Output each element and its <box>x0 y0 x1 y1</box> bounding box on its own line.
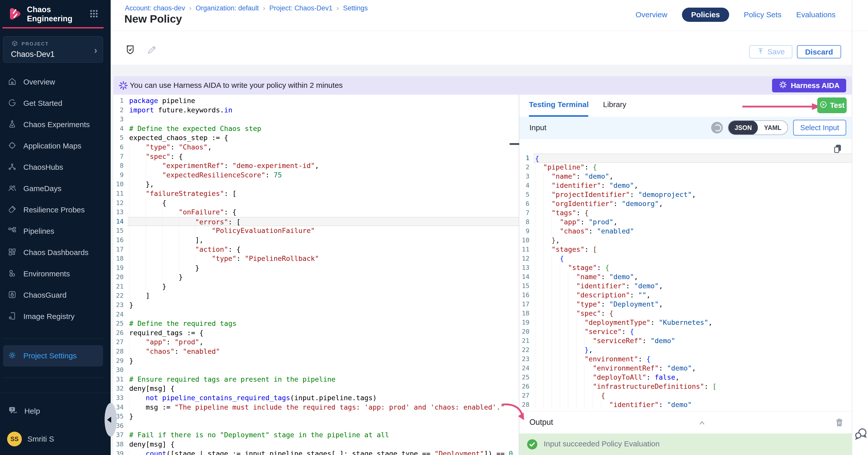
tab-policies[interactable]: Policies <box>682 8 729 22</box>
sidebar-item-image-registry[interactable]: Image Registry <box>0 306 111 327</box>
copy-icon[interactable] <box>833 143 843 155</box>
code-line[interactable]: 23"environment": { <box>519 355 852 364</box>
code-line[interactable]: 35} <box>114 412 519 421</box>
project-selector[interactable]: PROJECT Chaos-Dev1 › <box>3 36 103 63</box>
sidebar-item-gamedays[interactable]: GameDays <box>0 178 111 199</box>
code-line[interactable]: 17"type": "Deployment", <box>519 300 852 309</box>
code-line[interactable]: 30 <box>114 365 519 375</box>
user-menu[interactable]: SS Smriti S <box>7 431 54 447</box>
code-line[interactable]: 1package pipeline <box>114 96 519 105</box>
code-line[interactable]: 27"app": "prod", <box>114 337 519 347</box>
sidebar-item-chaos-experiments[interactable]: Chaos Experiments <box>0 114 111 135</box>
code-line[interactable]: 27{ <box>519 391 852 400</box>
code-line[interactable]: 22}, <box>519 345 852 355</box>
sidebar-item-chaosguard[interactable]: ChaosGuard <box>0 285 111 306</box>
code-line[interactable]: 12{ <box>519 254 852 263</box>
edit-pencil-icon[interactable] <box>146 44 157 56</box>
code-line[interactable]: 13"onFailure": { <box>114 207 519 217</box>
policy-code-editor[interactable]: 1package pipeline2import future.keywords… <box>114 95 519 455</box>
discard-button[interactable]: Discard <box>797 45 841 58</box>
code-line[interactable]: 9"chaos": "enabled" <box>519 227 852 236</box>
code-line[interactable]: 23} <box>114 300 519 310</box>
code-line[interactable]: 10}, <box>519 236 852 245</box>
code-line[interactable]: 20"service": { <box>519 327 852 336</box>
code-line[interactable]: 39count([stage | stage := input.pipeline… <box>114 449 519 455</box>
sidebar-item-resilience-probes[interactable]: Resilience Probes <box>0 199 111 221</box>
code-line[interactable]: 15"identifier": "demo", <box>519 282 852 291</box>
sidebar-collapse-handle[interactable] <box>104 403 117 436</box>
code-line[interactable]: 19} <box>114 263 519 273</box>
test-button[interactable]: Test <box>817 97 847 113</box>
module-grid-icon[interactable] <box>88 8 99 20</box>
code-line[interactable]: 9"expectedResilienceScore": 75 <box>114 170 519 180</box>
code-line[interactable]: 16"description": "", <box>519 291 852 300</box>
code-line[interactable]: 2"pipeline": { <box>519 163 852 172</box>
code-line[interactable]: 5expected_chaos_step := { <box>114 133 519 142</box>
split-resize-handle[interactable] <box>509 143 519 145</box>
tab-library[interactable]: Library <box>603 100 626 109</box>
code-line[interactable]: 18"spec": { <box>519 309 852 318</box>
code-line[interactable]: 8"experimentRef": "demo-experiment-id", <box>114 161 519 170</box>
sidebar-item-environments[interactable]: Environments <box>0 263 111 285</box>
code-line[interactable]: 21} <box>114 282 519 291</box>
chevron-up-icon[interactable] <box>697 418 707 429</box>
save-button[interactable]: Save <box>749 45 793 58</box>
code-line[interactable]: 14"name": "demo", <box>519 272 852 282</box>
code-line[interactable]: 25"deployToAll": false, <box>519 373 852 382</box>
sidebar-item-overview[interactable]: Overview <box>0 71 111 93</box>
code-line[interactable]: 16], <box>114 235 519 245</box>
code-line[interactable]: 22] <box>114 291 519 300</box>
code-line[interactable]: 28"chaos": "enabled" <box>114 347 519 356</box>
code-line[interactable]: 17"action": { <box>114 245 519 254</box>
code-line[interactable]: 14"errors": [ <box>114 217 519 226</box>
code-line[interactable]: 3"name": "demo", <box>519 172 852 181</box>
sidebar-item-application-maps[interactable]: Application Maps <box>0 135 111 157</box>
code-line[interactable]: 11"stages": [ <box>519 245 852 254</box>
code-line[interactable]: 15"PolicyEvaluationFailure" <box>114 226 519 235</box>
code-line[interactable]: 10}, <box>114 180 519 189</box>
tab-overview[interactable]: Overview <box>636 10 667 19</box>
select-input-button[interactable]: Select Input <box>793 120 846 135</box>
code-line[interactable]: 3 <box>114 115 519 124</box>
code-line[interactable]: 36 <box>114 421 519 431</box>
code-line[interactable]: 37# Fail if there is no "Deployment" sta… <box>114 430 519 440</box>
code-line[interactable]: 6"type": "Chaos", <box>114 142 519 152</box>
code-line[interactable]: 25# Define the required tags <box>114 319 519 328</box>
toggle-yaml[interactable]: YAML <box>758 120 787 135</box>
tab-testing-terminal[interactable]: Testing Terminal <box>529 100 589 109</box>
code-line[interactable]: 18"type": "PipelineRollback" <box>114 254 519 263</box>
breadcrumb-organization[interactable]: Organization: default <box>195 4 259 12</box>
sidebar-item-project-settings[interactable]: Project Settings <box>3 345 103 366</box>
code-line[interactable]: 7"tags": { <box>519 208 852 218</box>
code-line[interactable]: 24 <box>114 310 519 319</box>
trash-icon[interactable] <box>834 417 845 429</box>
code-line[interactable]: 28"identifier": "demo" <box>519 400 852 409</box>
code-line[interactable]: 21"serviceRef": "demo" <box>519 336 852 345</box>
code-line[interactable]: 20} <box>114 272 519 282</box>
help-button[interactable]: ? Help <box>8 402 40 420</box>
breadcrumb-project[interactable]: Project: Chaos-Dev1 <box>269 4 333 12</box>
code-line[interactable]: 31# Ensure required tags are present in … <box>114 375 519 384</box>
code-line[interactable]: 6"orgIdentifier": "demoorg", <box>519 199 852 208</box>
code-line[interactable]: 33not pipeline_contains_required_tags(in… <box>114 393 519 403</box>
code-line[interactable]: 38deny[msg] { <box>114 440 519 449</box>
code-line[interactable]: 29} <box>114 356 519 366</box>
code-line[interactable]: 24"environmentRef": "demo", <box>519 364 852 373</box>
code-line[interactable]: 8"app": "prod", <box>519 218 852 227</box>
code-line[interactable]: 13"stage": { <box>519 263 852 272</box>
sidebar-item-chaoshubs[interactable]: ChaosHubs <box>0 157 111 178</box>
format-icon[interactable] <box>711 122 723 133</box>
code-line[interactable]: 26"infrastructureDefinitions": [ <box>519 382 852 391</box>
code-line[interactable]: 26required_tags := { <box>114 328 519 338</box>
code-line[interactable]: 5"projectIdentifier": "demoproject", <box>519 190 852 199</box>
tab-policy-sets[interactable]: Policy Sets <box>744 10 781 19</box>
code-line[interactable]: 11"failureStrategies": [ <box>114 189 519 198</box>
toggle-json[interactable]: JSON <box>728 120 758 135</box>
code-line[interactable]: 19"deploymentType": "Kubernetes", <box>519 318 852 327</box>
harness-aida-button[interactable]: Harness AIDA <box>772 79 846 92</box>
code-line[interactable]: 12{ <box>114 198 519 208</box>
input-json-editor[interactable]: 1{2"pipeline": {3"name": "demo",4"identi… <box>519 139 852 411</box>
code-line[interactable]: 34msg := "The pipeline must include the … <box>114 403 519 412</box>
code-line[interactable]: 4# Define the expected Chaos step <box>114 124 519 133</box>
code-line[interactable]: 4"identifier": "demo", <box>519 181 852 190</box>
